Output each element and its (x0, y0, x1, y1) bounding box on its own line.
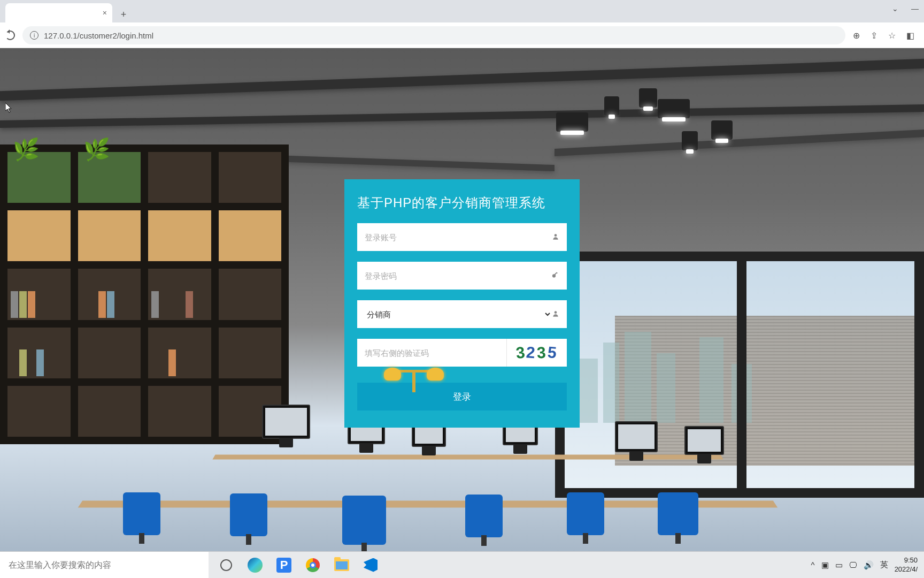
network-icon[interactable]: 🖵 (849, 560, 857, 569)
taskbar-search-input[interactable] (0, 552, 209, 579)
chrome-icon[interactable] (298, 552, 327, 579)
user-icon (552, 233, 559, 242)
zoom-icon[interactable]: ⊕ (853, 31, 860, 41)
svg-point-0 (555, 234, 557, 237)
login-card: 基于PHP的客户分销商管理系统 分销商 (344, 179, 580, 428)
windows-taskbar: P ^ ▣ ▭ 🖵 🔊 英 9:50 2022/4/ (0, 551, 924, 578)
close-tab-icon[interactable]: × (103, 9, 107, 17)
url-text: 127.0.0.1/customer2/login.html (44, 31, 153, 40)
address-actions: ⊕ ⇪ ☆ ◧ (853, 31, 919, 41)
bookmark-icon[interactable]: ☆ (888, 31, 896, 41)
share-icon[interactable]: ⇪ (871, 31, 877, 41)
svg-point-4 (555, 311, 557, 314)
dropdown-icon[interactable]: ⌄ (892, 4, 898, 13)
tab-bar: × + ⌄ — (0, 0, 924, 22)
vscode-icon[interactable] (356, 552, 385, 579)
user-icon (552, 310, 559, 319)
reload-icon[interactable] (5, 31, 15, 40)
password-field[interactable] (357, 262, 567, 290)
page-content: 🌿🌿 基于PHP的客户分销商管理系统 (0, 48, 924, 551)
login-title: 基于PHP的客户分销商管理系统 (357, 194, 567, 211)
url-box[interactable]: i 127.0.0.1/customer2/login.html (22, 26, 845, 44)
captcha-digit: 2 (526, 343, 537, 362)
browser-chrome: × + ⌄ — i 127.0.0.1/customer2/login.html… (0, 0, 924, 48)
role-field[interactable]: 分销商 (357, 300, 567, 328)
site-info-icon[interactable]: i (30, 31, 38, 40)
captcha-digit: 3 (536, 344, 548, 362)
taskbar-clock[interactable]: 9:50 2022/4/ (895, 556, 918, 574)
captcha-field[interactable] (357, 339, 507, 367)
address-bar: i 127.0.0.1/customer2/login.html ⊕ ⇪ ☆ ◧ (0, 22, 924, 48)
window-controls: ⌄ — (892, 4, 919, 13)
panel-icon[interactable]: ◧ (906, 31, 914, 41)
captcha-image[interactable]: 3 2 3 5 (507, 339, 567, 367)
new-tab-button[interactable]: + (116, 6, 132, 22)
p-app-icon[interactable]: P (270, 552, 298, 579)
mouse-cursor (5, 103, 13, 113)
chevron-up-icon[interactable]: ^ (811, 560, 815, 569)
file-explorer-icon[interactable] (327, 552, 356, 579)
username-field[interactable] (357, 223, 567, 251)
browser-tab[interactable]: × (5, 3, 112, 22)
system-tray: ^ ▣ ▭ 🖵 🔊 英 9:50 2022/4/ (811, 556, 924, 574)
volume-icon[interactable]: 🔊 (864, 560, 874, 570)
clock-date: 2022/4/ (895, 565, 918, 574)
captcha-input[interactable] (365, 348, 499, 358)
role-select[interactable]: 分销商 (365, 309, 552, 320)
captcha-digit: 5 (546, 343, 559, 362)
ime-indicator[interactable]: 英 (880, 560, 888, 570)
password-input[interactable] (365, 271, 551, 280)
minimize-icon[interactable]: — (911, 4, 919, 13)
captcha-row: 3 2 3 5 (357, 339, 567, 367)
username-input[interactable] (365, 233, 552, 242)
cortana-icon[interactable] (212, 552, 241, 579)
battery-icon[interactable]: ▭ (835, 560, 843, 570)
clock-time: 9:50 (895, 556, 918, 565)
tray-app-icon[interactable]: ▣ (821, 560, 829, 570)
login-button[interactable]: 登录 (357, 383, 567, 410)
key-icon (551, 271, 559, 280)
taskbar-apps: P (212, 552, 385, 579)
edge-icon[interactable] (241, 552, 270, 579)
